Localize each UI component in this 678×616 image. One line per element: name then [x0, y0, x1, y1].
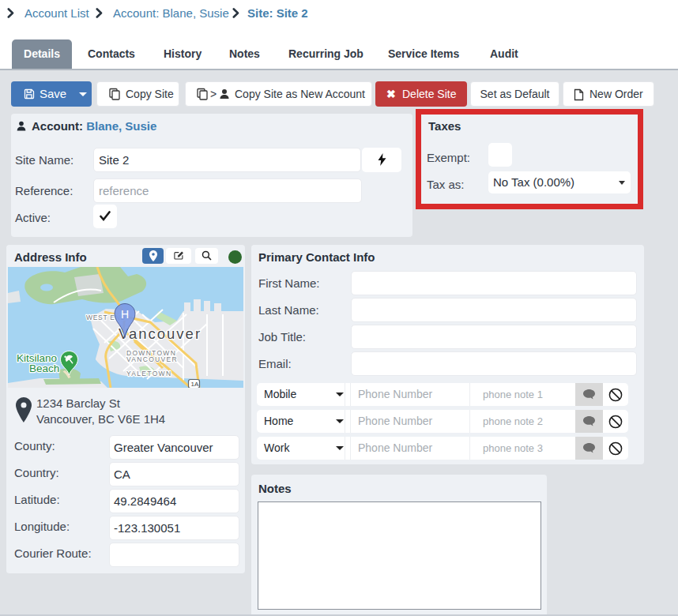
- svg-text:Beach: Beach: [29, 362, 59, 374]
- svg-text:Vancouver: Vancouver: [119, 325, 202, 342]
- svg-text:H: H: [121, 308, 129, 321]
- svg-text:YALETOWN: YALETOWN: [126, 370, 171, 377]
- svg-text:1A: 1A: [191, 381, 199, 388]
- svg-text:VANCOUVER: VANCOUVER: [126, 355, 178, 363]
